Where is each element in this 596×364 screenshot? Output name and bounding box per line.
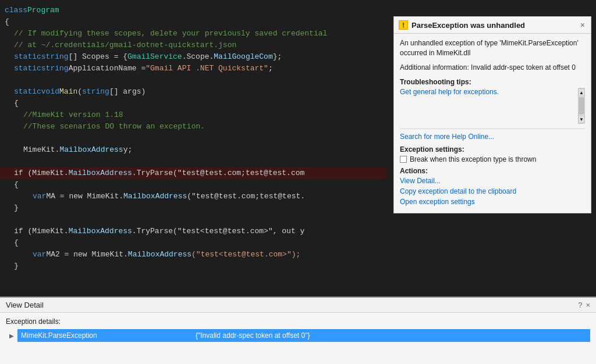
exception-settings-title: Exception settings: bbox=[400, 145, 585, 154]
exception-header: ! ParseException was unhandled × bbox=[394, 17, 591, 34]
tree-toggle[interactable]: ▶ bbox=[6, 329, 17, 342]
code-line: if (MimeKit.MailboxAddress.TryParse("tes… bbox=[0, 226, 390, 237]
scroll-down[interactable]: ▼ bbox=[578, 115, 585, 123]
question-mark-icon[interactable]: ? bbox=[578, 301, 582, 309]
code-line: if (MimeKit.MailboxAddress.TryParse("tes… bbox=[0, 167, 390, 179]
scroll-thumb[interactable] bbox=[579, 97, 584, 115]
code-line: MimeKit.MailboxAddress y; bbox=[0, 144, 390, 156]
code-line: { bbox=[0, 98, 390, 109]
tree-arrow-icon: ▶ bbox=[9, 333, 14, 339]
bottom-panel-body: Exception details: ▶ MimeKit.ParseExcept… bbox=[0, 313, 596, 347]
exception-title: ParseException was unhandled bbox=[411, 21, 525, 30]
exception-type-cell: MimeKit.ParseException bbox=[17, 329, 192, 342]
exception-message-cell: {"Invalid addr-spec token at offset 0"} bbox=[192, 329, 590, 342]
bottom-panel-title: View Detail bbox=[6, 301, 44, 309]
close-button[interactable]: × bbox=[579, 20, 586, 30]
bottom-panel-header: View Detail ? × bbox=[0, 298, 596, 313]
code-line bbox=[0, 133, 390, 144]
exception-panel: ! ParseException was unhandled × An unha… bbox=[393, 16, 591, 213]
code-line: // If modifying these scopes, delete you… bbox=[0, 28, 390, 40]
code-line: static void Main(string[] args) bbox=[0, 86, 390, 98]
exception-type-text: MimeKit.ParseException bbox=[21, 331, 97, 340]
exc-details-row[interactable]: ▶ MimeKit.ParseException {"Invalid addr-… bbox=[6, 329, 590, 342]
exception-body: An unhandled exception of type 'MimeKit.… bbox=[394, 34, 591, 213]
code-line: } bbox=[0, 260, 390, 272]
bottom-panel-icons: ? × bbox=[578, 301, 590, 309]
actions-title: Actions: bbox=[400, 167, 585, 175]
copy-exception-link[interactable]: Copy exception detail to the clipboard bbox=[400, 187, 585, 195]
code-line bbox=[0, 214, 390, 226]
code-line: //MimeKit version 1.18 bbox=[0, 109, 390, 121]
code-line bbox=[0, 74, 390, 86]
close-panel-icon[interactable]: × bbox=[586, 301, 590, 309]
warning-icon: ! bbox=[399, 20, 408, 30]
code-line: { bbox=[0, 237, 390, 249]
code-line: static string[] Scopes = { GmailService.… bbox=[0, 51, 390, 63]
code-line: //These scenarios DO throw an exception. bbox=[0, 121, 390, 133]
exception-checkbox[interactable] bbox=[400, 156, 407, 163]
tips-area: Get general help for exceptions. ▲ ▼ bbox=[400, 88, 585, 124]
exception-additional: Additional information: Invalid addr-spe… bbox=[400, 63, 585, 73]
search-online-link[interactable]: Search for more Help Online... bbox=[400, 133, 585, 141]
code-line: static string ApplicationName = "Gmail A… bbox=[0, 63, 390, 74]
exc-details-label: Exception details: bbox=[6, 317, 590, 326]
code-line: class Program bbox=[0, 5, 390, 16]
code-editor[interactable]: class Program{// If modifying these scop… bbox=[0, 0, 390, 297]
code-line bbox=[0, 156, 390, 167]
exception-description: An unhandled exception of type 'MimeKit.… bbox=[400, 38, 585, 58]
checkbox-label: Break when this exception type is thrown bbox=[410, 155, 536, 163]
exception-checkbox-row[interactable]: Break when this exception type is thrown bbox=[400, 155, 585, 163]
exception-message-text: {"Invalid addr-spec token at offset 0"} bbox=[196, 331, 310, 340]
code-line: { bbox=[0, 179, 390, 191]
code-line: var MA = new MimeKit.MailboxAddress("tes… bbox=[0, 191, 390, 202]
scroll-up[interactable]: ▲ bbox=[578, 88, 585, 97]
open-settings-link[interactable]: Open exception settings bbox=[400, 198, 585, 206]
divider bbox=[400, 129, 585, 129]
general-help-link[interactable]: Get general help for exceptions. bbox=[400, 88, 576, 96]
view-detail-link[interactable]: View Detail... bbox=[400, 177, 585, 185]
code-line: } bbox=[0, 202, 390, 214]
bottom-panel: View Detail ? × Exception details: ▶ Mim… bbox=[0, 297, 596, 364]
code-line: { bbox=[0, 16, 390, 28]
code-line: // at ~/.credentials/gmail-dotnet-quicks… bbox=[0, 40, 390, 51]
tips-scrollbar[interactable]: ▲ ▼ bbox=[578, 88, 585, 124]
troubleshooting-title: Troubleshooting tips: bbox=[400, 78, 585, 86]
code-line: var MA2 = new MimeKit.MailboxAddress("te… bbox=[0, 249, 390, 260]
